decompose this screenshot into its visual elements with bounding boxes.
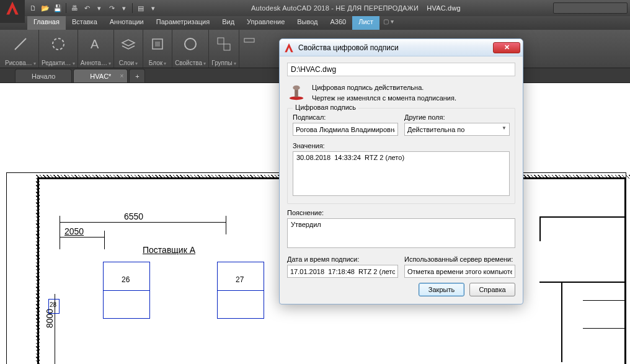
tab-label: Начало	[32, 73, 55, 80]
autocad-icon	[283, 42, 295, 53]
file-tab-new[interactable]: +	[129, 69, 145, 82]
ribbon-panel-groups: Группы	[209, 30, 239, 68]
block-number: 26	[122, 275, 130, 284]
menu-home[interactable]: Главная	[27, 16, 66, 30]
ribbon-panel-properties: Свойства	[172, 30, 209, 68]
supplier-label: Поставщик А	[143, 245, 195, 255]
measure-icon[interactable]	[242, 32, 257, 47]
layers-icon[interactable]	[117, 32, 140, 56]
svg-line-0	[15, 38, 26, 50]
quick-access-toolbar: 🗋 📂 💾 🖶 ↶ ▾ ↷ ▾ ▤ ▾	[27, 2, 159, 14]
tab-label: HVAC*	[90, 73, 111, 80]
hatch	[36, 175, 40, 364]
svg-text:A: A	[91, 37, 99, 51]
time-server-label: Использованный сервер времени:	[404, 255, 515, 263]
comment-textarea[interactable]	[287, 218, 515, 248]
panel-label[interactable]: Свойства	[175, 60, 206, 68]
ribbon-panel-modify: Редакти…	[39, 30, 78, 68]
menu-output[interactable]: Вывод	[291, 16, 324, 30]
ribbon-panel-utilities	[239, 30, 259, 68]
new-icon[interactable]: 🗋	[27, 2, 38, 14]
close-button[interactable]: ✕	[493, 42, 520, 53]
values-label: Значения:	[293, 142, 510, 149]
file-tab-start[interactable]: Начало	[15, 69, 72, 82]
menu-insert[interactable]: Вставка	[66, 16, 104, 30]
close-dialog-button[interactable]: Закрыть	[419, 283, 464, 296]
panel-label[interactable]: Рисова…	[5, 60, 36, 68]
group-label: Цифровая подпись	[293, 104, 358, 111]
ribbon-panel-annotation: A Аннота…	[78, 30, 114, 68]
sign-time-field[interactable]	[287, 265, 398, 278]
values-textarea[interactable]	[293, 151, 510, 196]
chevron-down-icon[interactable]: ▾	[94, 2, 105, 14]
workspace-icon[interactable]: ▤	[135, 2, 146, 14]
dimension-line	[60, 222, 226, 223]
time-server-field[interactable]	[404, 265, 515, 278]
block-number: 28	[50, 301, 56, 308]
chevron-down-icon[interactable]: ▾	[118, 2, 130, 14]
file-path-field: D:\HVAC.dwg	[287, 63, 515, 76]
title-filename: HVAC.dwg	[427, 4, 461, 12]
svg-rect-7	[224, 44, 230, 50]
status-line-unchanged: Чертеж не изменялся с момента подписания…	[312, 93, 456, 104]
ribbon-panel-layers: Слои	[114, 30, 143, 68]
signed-by-label: Подписал:	[293, 113, 398, 121]
app-menu-button[interactable]	[0, 0, 25, 23]
dimension-line	[60, 237, 104, 237]
block-icon[interactable]	[146, 32, 169, 56]
save-icon[interactable]: 💾	[52, 2, 63, 14]
dialog-title: Свойства цифровой подписи	[298, 43, 493, 52]
close-icon[interactable]: ×	[120, 73, 124, 79]
status-line-valid: Цифровая подпись действительна.	[312, 82, 456, 93]
undo-icon[interactable]: ↶	[81, 2, 92, 14]
redo-icon[interactable]: ↷	[106, 2, 117, 14]
menu-manage[interactable]: Управление	[241, 16, 291, 30]
menu-annotations[interactable]: Аннотации	[104, 16, 150, 30]
signed-by-field[interactable]	[293, 123, 398, 136]
dialog-titlebar[interactable]: Свойства цифровой подписи ✕	[280, 39, 523, 56]
panel-label[interactable]: Редакти…	[42, 60, 75, 68]
block-number: 27	[236, 275, 244, 284]
svg-point-11	[293, 86, 299, 91]
plot-icon[interactable]: 🖶	[69, 2, 80, 14]
file-tab-hvac[interactable]: HVAC*×	[73, 69, 128, 82]
signature-properties-dialog: Свойства цифровой подписи ✕ D:\HVAC.dwg …	[279, 38, 523, 304]
help-search-input[interactable]	[553, 2, 628, 14]
menu-view[interactable]: Вид	[216, 16, 241, 30]
panel-label[interactable]: Слои	[119, 60, 138, 68]
menu-parametric[interactable]: Параметризация	[150, 16, 216, 30]
title-bar: 🗋 📂 💾 🖶 ↶ ▾ ↷ ▾ ▤ ▾ Autodesk AutoCAD 201…	[0, 0, 630, 16]
dimension-value: 6550	[124, 211, 143, 221]
svg-point-5	[185, 38, 196, 50]
ribbon-panel-draw: Рисова…	[2, 30, 39, 68]
panel-label[interactable]: Группы	[211, 60, 236, 68]
menu-layouts[interactable]: Лист	[352, 16, 379, 30]
open-icon[interactable]: 📂	[40, 2, 51, 14]
signature-group: Цифровая подпись Подписал: Другие поля: …	[287, 108, 515, 204]
panel-label[interactable]: Блок	[149, 60, 167, 68]
window-title: Autodesk AutoCAD 2018 - НЕ ДЛЯ ПЕРЕПРОДА…	[159, 4, 553, 12]
comment-label: Пояснение:	[287, 209, 515, 216]
panel-label[interactable]: Аннота…	[81, 60, 111, 68]
app-title: Autodesk AutoCAD 2018 - НЕ ДЛЯ ПЕРЕПРОДА…	[251, 4, 419, 12]
menu-bar: Главная Вставка Аннотации Параметризация…	[0, 16, 630, 30]
dimension-value: 2050	[64, 226, 84, 236]
other-fields-combo[interactable]	[404, 123, 510, 136]
menu-overflow-icon[interactable]: ▢ ▾	[379, 16, 397, 30]
groups-icon[interactable]	[212, 32, 236, 56]
svg-rect-8	[244, 38, 254, 42]
svg-rect-6	[218, 38, 224, 44]
text-icon[interactable]: A	[84, 32, 107, 56]
properties-icon[interactable]	[179, 32, 202, 56]
svg-point-1	[53, 38, 64, 50]
modify-icon[interactable]	[47, 32, 70, 56]
ribbon-panel-block: Блок	[143, 30, 172, 68]
other-fields-label: Другие поля:	[404, 113, 510, 121]
line-icon[interactable]	[9, 32, 32, 56]
valid-stamp-icon	[287, 82, 306, 101]
help-button[interactable]: Справка	[469, 283, 515, 296]
sign-time-label: Дата и время подписи:	[287, 255, 398, 263]
svg-rect-4	[155, 42, 160, 47]
qat-more-icon[interactable]: ▾	[148, 2, 159, 14]
menu-a360[interactable]: A360	[324, 16, 353, 30]
